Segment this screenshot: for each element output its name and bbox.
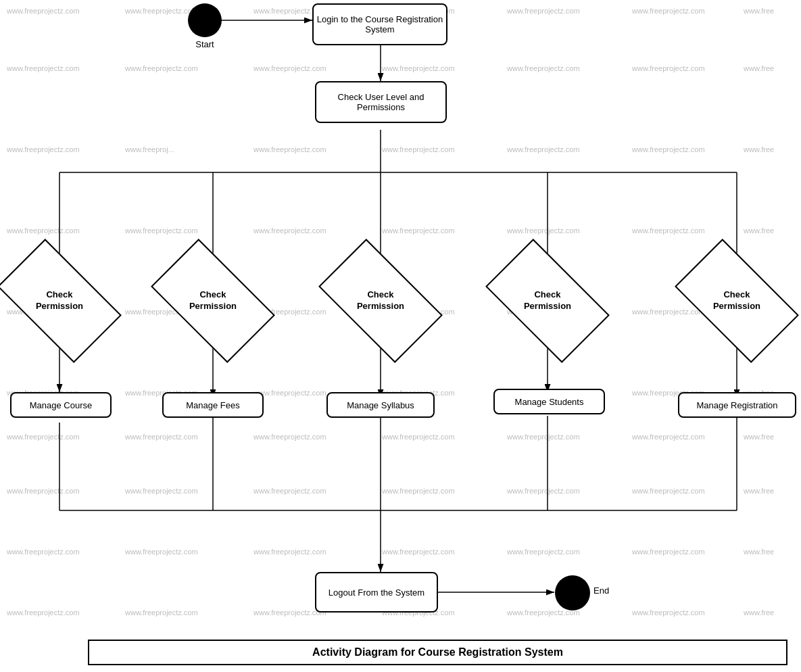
watermark: www.freeprojectz.com: [507, 226, 580, 235]
end-node: [555, 575, 590, 610]
check-perm-3-diamond: CheckPermission: [326, 267, 435, 335]
watermark: www.freeprojectz.com: [382, 226, 455, 235]
watermark: www.free: [744, 548, 774, 556]
watermark: www.freeprojectz.com: [125, 548, 198, 556]
watermark: www.freeprojectz.com: [253, 433, 326, 441]
watermark: www.freeprojectz.com: [507, 7, 580, 15]
watermark: www.freeprojectz.com: [507, 433, 580, 441]
manage-course-box: Manage Course: [10, 392, 112, 418]
watermark: www.freeprojectz.com: [253, 487, 326, 495]
logout-box: Logout From the System: [315, 572, 438, 613]
check-perm-4-diamond: CheckPermission: [493, 267, 602, 335]
watermark: www.free: [744, 226, 774, 235]
watermark: www.freeprojectz.com: [632, 226, 705, 235]
end-label: End: [593, 585, 609, 596]
login-box: Login to the Course Registration System: [312, 3, 447, 45]
watermark: www.freeprojectz.com: [382, 64, 455, 72]
watermark: www.freeprojectz.com: [382, 433, 455, 441]
check-perm-5-diamond: CheckPermission: [683, 267, 791, 335]
watermark: www.freeprojectz.com: [632, 487, 705, 495]
diagram: www.freeprojectz.com www.freeprojectz.co…: [0, 0, 801, 672]
watermark: www.freeprojectz.com: [632, 433, 705, 441]
watermark: www.free: [744, 433, 774, 441]
watermark: www.free: [744, 145, 774, 153]
watermark: www.free: [744, 7, 774, 15]
watermark: www.freeprojectz.com: [253, 226, 326, 235]
watermark: www.freeprojectz.com: [253, 389, 326, 397]
watermark: www.freeprojectz.com: [7, 487, 80, 495]
watermark: www.free: [744, 64, 774, 72]
manage-registration-box: Manage Registration: [678, 392, 796, 418]
diagram-caption: Activity Diagram for Course Registration…: [88, 640, 787, 665]
manage-syllabus-box: Manage Syllabus: [326, 392, 435, 418]
watermark: www.freeproj...: [125, 145, 174, 153]
watermark: www.freeprojectz.com: [253, 548, 326, 556]
watermark: www.free: [744, 608, 774, 617]
watermark: www.freeprojectz.com: [125, 608, 198, 617]
watermark: www.freeprojectz.com: [253, 64, 326, 72]
check-perm-2-diamond: CheckPermission: [159, 267, 267, 335]
watermark: www.freeprojectz.com: [382, 548, 455, 556]
watermark: www.freeprojectz.com: [632, 608, 705, 617]
watermark: www.freeprojectz.com: [507, 145, 580, 153]
start-node: [188, 3, 222, 37]
watermark: www.freeprojectz.com: [7, 7, 80, 15]
watermark: www.freeprojectz.com: [7, 64, 80, 72]
watermark: www.freeprojectz.com: [507, 64, 580, 72]
watermark: www.freeprojectz.com: [253, 145, 326, 153]
start-label: Start: [188, 39, 222, 49]
watermark: www.freeprojectz.com: [382, 145, 455, 153]
watermark: www.freeprojectz.com: [125, 226, 198, 235]
watermark: www.freeprojectz.com: [7, 548, 80, 556]
watermark: www.freeprojectz.com: [632, 7, 705, 15]
watermark: www.freeprojectz.com: [382, 487, 455, 495]
watermark: www.freeprojectz.com: [125, 433, 198, 441]
watermark: www.freeprojectz.com: [632, 548, 705, 556]
manage-students-box: Manage Students: [493, 389, 605, 414]
watermark: www.freeprojectz.com: [7, 433, 80, 441]
watermark: www.free: [744, 487, 774, 495]
watermark: www.freeprojectz.com: [7, 226, 80, 235]
watermark: www.freeprojectz.com: [7, 145, 80, 153]
watermark: www.freeprojectz.com: [125, 7, 198, 15]
manage-fees-box: Manage Fees: [162, 392, 264, 418]
check-perm-1-diamond: CheckPermission: [5, 267, 114, 335]
watermark: www.freeprojectz.com: [7, 608, 80, 617]
watermark: www.freeprojectz.com: [125, 487, 198, 495]
watermark: www.freeprojectz.com: [632, 145, 705, 153]
watermark: www.freeprojectz.com: [632, 64, 705, 72]
watermark: www.freeprojectz.com: [507, 487, 580, 495]
watermark: www.freeprojectz.com: [125, 64, 198, 72]
watermark: www.freeprojectz.com: [507, 548, 580, 556]
check-permissions-box: Check User Level and Permissions: [315, 81, 447, 123]
